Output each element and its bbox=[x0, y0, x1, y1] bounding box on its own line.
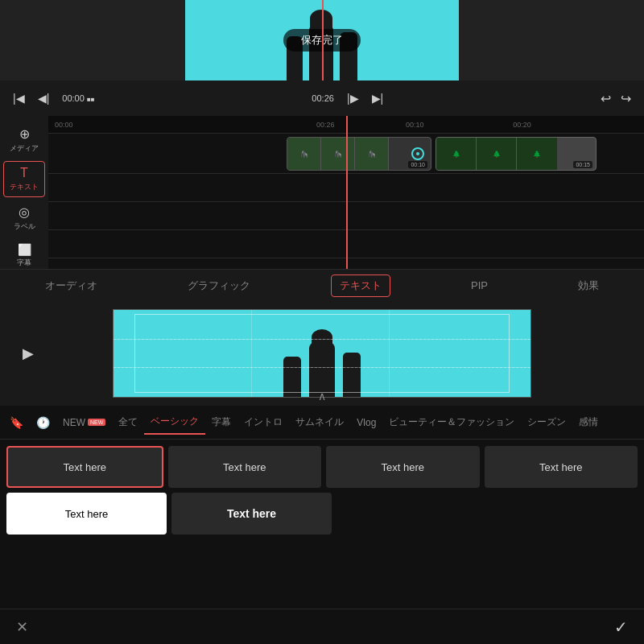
tab-audio[interactable]: オーディオ bbox=[35, 274, 107, 298]
category-tab-basic[interactable]: ベーシック bbox=[144, 410, 205, 435]
timeline-tracks: 00:00 00:26 00:10 00:20 🦍 🦍 🦍 00:10 bbox=[48, 116, 644, 269]
sidebar-item-text[interactable]: T テキスト bbox=[3, 161, 45, 197]
clip1-time: 00:10 bbox=[408, 161, 427, 168]
redo-button[interactable]: ↪ bbox=[621, 91, 631, 106]
sidebar-item-media[interactable]: ⊕ メディア bbox=[3, 122, 45, 158]
subtitle-icon: ⬜ bbox=[18, 243, 31, 256]
video-clip-2[interactable]: 🌲 🌲 🌲 00:15 bbox=[436, 137, 597, 171]
template-text-2: Text here bbox=[223, 461, 266, 473]
frame-back-button[interactable]: ◀| bbox=[38, 92, 50, 105]
tab-effect[interactable]: 効果 bbox=[568, 274, 609, 298]
play-button-side[interactable]: ▶ bbox=[16, 341, 40, 365]
template-card-6[interactable]: Text here bbox=[171, 493, 332, 535]
category-tab-feeling[interactable]: 感情 bbox=[572, 411, 605, 434]
collapse-button[interactable]: ∧ bbox=[318, 390, 326, 402]
sidebar-item-label[interactable]: ◎ ラベル bbox=[3, 200, 45, 236]
video-clip-1[interactable]: 🦍 🦍 🦍 00:10 bbox=[287, 137, 431, 171]
bottom-bar: ✕ ✓ bbox=[0, 609, 644, 644]
close-button[interactable]: ✕ bbox=[16, 618, 28, 636]
toolbar-left: |◀ ◀| 00:00 ■■ bbox=[13, 92, 95, 105]
playhead bbox=[346, 116, 348, 269]
tab-graphic[interactable]: グラフィック bbox=[178, 274, 260, 298]
sidebar-tools: ⊕ メディア T テキスト ◎ ラベル ⬜ 字幕 bbox=[0, 116, 48, 269]
tab-pip[interactable]: PIP bbox=[461, 275, 497, 296]
category-tabs: 🔖 🕐 NEW NEW 全て ベーシック 字幕 イントロ サムネイル Vlog … bbox=[0, 406, 644, 440]
preview-frame bbox=[113, 309, 531, 398]
time-mid-label: 00:26 bbox=[316, 121, 335, 129]
undo-button[interactable]: ↩ bbox=[601, 91, 611, 106]
category-tab-recent[interactable]: 🕐 bbox=[30, 411, 56, 434]
text-label: テキスト bbox=[10, 182, 39, 192]
media-icon: ⊕ bbox=[19, 126, 30, 142]
confirm-button[interactable]: ✓ bbox=[614, 617, 628, 637]
clip2-time: 00:15 bbox=[573, 161, 592, 168]
label-text: ラベル bbox=[14, 221, 35, 232]
template-text-5: Text here bbox=[65, 508, 108, 520]
template-text-4: Text here bbox=[539, 461, 582, 473]
timecode-display: 00:00 ■■ bbox=[62, 93, 94, 103]
category-tab-vlog[interactable]: Vlog bbox=[350, 412, 382, 433]
templates-row-1: Text here Text here Text here Text here bbox=[6, 446, 638, 488]
subtitle-label: 字幕 bbox=[17, 258, 31, 268]
template-card-1[interactable]: Text here bbox=[6, 446, 163, 488]
sidebar-item-subtitle[interactable]: ⬜ 字幕 bbox=[3, 239, 45, 272]
category-tab-season[interactable]: シーズン bbox=[521, 411, 572, 434]
category-tab-beauty[interactable]: ビューティー＆ファッション bbox=[382, 411, 521, 434]
media-label: メディア bbox=[10, 143, 39, 154]
skip-end-button[interactable]: ▶| bbox=[372, 92, 384, 105]
toolbar-center: 00:26 |▶ ▶| bbox=[312, 92, 383, 105]
template-text-1: Text here bbox=[64, 461, 106, 473]
template-card-2[interactable]: Text here bbox=[168, 446, 322, 488]
template-text-6: Text here bbox=[227, 507, 276, 520]
time-20: 00:20 bbox=[513, 121, 531, 129]
timeline-area: ⊕ メディア T テキスト ◎ ラベル ⬜ 字幕 00:00 00:26 00:… bbox=[0, 116, 644, 269]
templates-grid: Text here Text here Text here Text here … bbox=[0, 440, 644, 546]
top-toolbar: |◀ ◀| 00:00 ■■ 00:26 |▶ ▶| ↩ ↪ bbox=[0, 80, 644, 116]
tab-text[interactable]: テキスト bbox=[331, 275, 390, 297]
templates-row-2: Text here Text here bbox=[6, 493, 638, 535]
timecode-mid: 00:26 bbox=[312, 93, 334, 103]
top-section: 保存完了 bbox=[0, 0, 644, 80]
category-tab-thumbnail[interactable]: サムネイル bbox=[289, 411, 350, 434]
tab-bar: オーディオ グラフィック テキスト PIP 効果 bbox=[0, 269, 644, 301]
template-card-3[interactable]: Text here bbox=[326, 446, 480, 488]
toolbar-right: ↩ ↪ bbox=[601, 91, 631, 106]
category-tab-subtitle[interactable]: 字幕 bbox=[205, 411, 237, 434]
category-tab-all[interactable]: 全て bbox=[112, 411, 144, 434]
new-badge: NEW bbox=[88, 419, 105, 426]
bottom-preview: ▶ ∧ bbox=[0, 301, 644, 406]
category-tab-new[interactable]: NEW NEW bbox=[56, 412, 112, 433]
template-card-4[interactable]: Text here bbox=[485, 446, 638, 488]
category-tab-intro[interactable]: イントロ bbox=[237, 411, 289, 434]
template-text-3: Text here bbox=[382, 461, 424, 473]
category-tab-bookmark[interactable]: 🔖 bbox=[3, 411, 30, 434]
time-10: 00:10 bbox=[406, 121, 424, 129]
frame-fwd-button[interactable]: |▶ bbox=[347, 92, 359, 105]
time-ruler: 00:00 00:26 00:10 00:20 bbox=[48, 116, 644, 134]
time-0: 00:00 bbox=[55, 121, 73, 129]
template-card-5[interactable]: Text here bbox=[6, 493, 167, 535]
skip-start-button[interactable]: |◀ bbox=[13, 92, 25, 105]
label-icon: ◎ bbox=[19, 204, 30, 220]
text-icon: T bbox=[20, 166, 28, 180]
grid-overlay bbox=[114, 310, 530, 397]
